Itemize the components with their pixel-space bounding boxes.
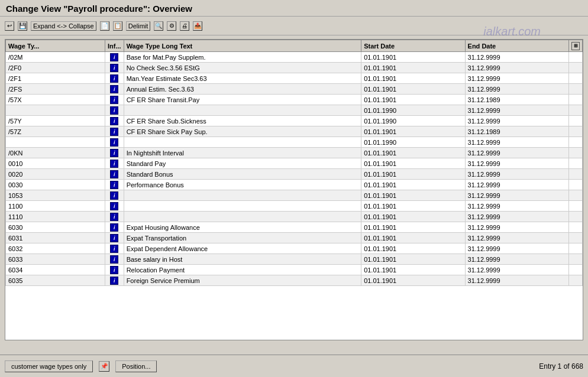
export-icon[interactable]: 📤 (193, 21, 202, 31)
info-icon[interactable]: i (110, 277, 118, 285)
info-icon[interactable]: i (110, 106, 118, 115)
info-icon[interactable]: i (110, 160, 118, 168)
expand-collapse-button[interactable]: Expand <-> Collapse (31, 21, 96, 31)
cell-end-date: 31.12.9999 (465, 148, 568, 158)
cell-wage-type: /57Y (6, 116, 105, 126)
info-icon[interactable]: i (110, 181, 118, 189)
info-icon[interactable]: i (110, 138, 118, 147)
col-header-wage-type[interactable]: Wage Ty... (6, 40, 105, 52)
page-title: Change View "Payroll procedure": Overvie… (6, 4, 192, 14)
toolbar: ↩ 💾 Expand <-> Collapse 📄 📋 Delimit 🔍 ⚙ … (0, 17, 588, 35)
info-icon[interactable]: i (110, 149, 118, 157)
cell-start-date: 01.01.1901 (361, 243, 465, 254)
undo-icon[interactable]: ↩ (5, 21, 14, 31)
save-icon[interactable]: 💾 (18, 21, 27, 31)
cell-long-text: Performance Bonus (124, 180, 361, 190)
customer-wage-types-button[interactable]: customer wage types only (5, 360, 93, 372)
cell-spacer (569, 137, 583, 148)
info-icon[interactable]: i (110, 117, 118, 125)
settings-icon[interactable]: ⚙ (167, 21, 176, 31)
cell-wage-type: 6035 (6, 275, 105, 286)
delimit-button[interactable]: Delimit (126, 21, 151, 31)
cell-wage-type: 6033 (6, 254, 105, 265)
info-icon[interactable]: i (110, 266, 118, 274)
cell-spacer (569, 212, 583, 222)
info-icon[interactable]: i (110, 53, 118, 61)
info-icon[interactable]: i (110, 74, 118, 83)
resize-columns-icon[interactable]: ⊞ (571, 42, 580, 50)
info-icon[interactable]: i (110, 213, 118, 221)
col-header-resize[interactable]: ⊞ (569, 40, 583, 52)
cell-spacer (569, 84, 583, 95)
info-icon[interactable]: i (110, 170, 118, 178)
paste-icon[interactable]: 📋 (113, 21, 122, 31)
cell-info: i (105, 169, 124, 180)
cell-start-date: 01.01.1901 (361, 265, 465, 275)
entry-status: Entry 1 of 668 (539, 362, 583, 370)
cell-wage-type: /57X (6, 95, 105, 105)
cell-spacer (569, 190, 583, 201)
position-button[interactable]: Position... (115, 360, 157, 372)
cell-end-date: 31.12.9999 (465, 180, 568, 190)
info-icon[interactable]: i (110, 85, 118, 93)
find-icon[interactable]: 🔍 (154, 21, 163, 31)
cell-spacer (569, 243, 583, 254)
cell-wage-type: /02M (6, 52, 105, 63)
cell-long-text: No Check Sec.3.56 EStG (124, 63, 361, 73)
info-icon[interactable]: i (110, 223, 118, 232)
col-header-info[interactable]: Inf... (105, 40, 124, 52)
cell-start-date: 01.01.1990 (361, 116, 465, 126)
table-row: 0010iStandard Pay01.01.190131.12.9999 (6, 158, 583, 169)
col-header-start-date[interactable]: Start Date (361, 40, 465, 52)
cell-long-text: Expat Housing Allowance (124, 222, 361, 233)
cell-long-text (124, 212, 361, 222)
table-row: i01.01.199031.12.9999 (6, 105, 583, 116)
cell-long-text: In Nightshift Interval (124, 148, 361, 158)
cell-wage-type: /0KN (6, 148, 105, 158)
cell-info: i (105, 63, 124, 73)
cell-wage-type (6, 105, 105, 116)
cell-spacer (569, 158, 583, 169)
position-icon[interactable]: 📌 (99, 361, 109, 372)
print-icon[interactable]: 🖨 (180, 21, 189, 31)
table-header-row: Wage Ty... Inf... Wage Type Long Text St… (6, 40, 583, 52)
cell-end-date: 31.12.9999 (465, 212, 568, 222)
info-icon[interactable]: i (110, 202, 118, 210)
cell-spacer (569, 254, 583, 265)
info-icon[interactable]: i (110, 245, 118, 253)
cell-spacer (569, 180, 583, 190)
table-row: 6030iExpat Housing Allowance01.01.190131… (6, 222, 583, 233)
info-icon[interactable]: i (110, 128, 118, 136)
table-wrapper[interactable]: Wage Ty... Inf... Wage Type Long Text St… (5, 40, 583, 339)
info-icon[interactable]: i (110, 64, 118, 72)
cell-spacer (569, 126, 583, 137)
table-row: 6032iExpat Dependent Allowance01.01.1901… (6, 243, 583, 254)
cell-end-date: 31.12.9999 (465, 158, 568, 169)
info-icon[interactable]: i (110, 96, 118, 104)
cell-info: i (105, 158, 124, 169)
cell-info: i (105, 243, 124, 254)
cell-info: i (105, 233, 124, 243)
cell-end-date: 31.12.9999 (465, 243, 568, 254)
cell-long-text: Expat Dependent Allowance (124, 243, 361, 254)
cell-wage-type: 1100 (6, 201, 105, 212)
cell-info: i (105, 95, 124, 105)
table-row: /57YiCF ER Share Sub.Sickness01.01.19903… (6, 116, 583, 126)
copy-icon[interactable]: 📄 (100, 21, 109, 31)
col-header-long-text[interactable]: Wage Type Long Text (124, 40, 361, 52)
table-row: /57XiCF ER Share Transit.Pay01.01.190131… (6, 95, 583, 105)
info-icon[interactable]: i (110, 255, 118, 264)
cell-start-date: 01.01.1901 (361, 233, 465, 243)
table-row: 1110i01.01.190131.12.9999 (6, 212, 583, 222)
cell-info: i (105, 254, 124, 265)
data-table: Wage Ty... Inf... Wage Type Long Text St… (5, 40, 583, 286)
table-row: /57ZiCF ER Share Sick Pay Sup.01.01.1901… (6, 126, 583, 137)
table-row: /0KNiIn Nightshift Interval01.01.190131.… (6, 148, 583, 158)
cell-end-date: 31.12.9999 (465, 222, 568, 233)
info-icon[interactable]: i (110, 234, 118, 242)
cell-start-date: 01.01.1901 (361, 52, 465, 63)
cell-wage-type: 6032 (6, 243, 105, 254)
cell-start-date: 01.01.1990 (361, 105, 465, 116)
info-icon[interactable]: i (110, 191, 118, 200)
col-header-end-date[interactable]: End Date (465, 40, 568, 52)
